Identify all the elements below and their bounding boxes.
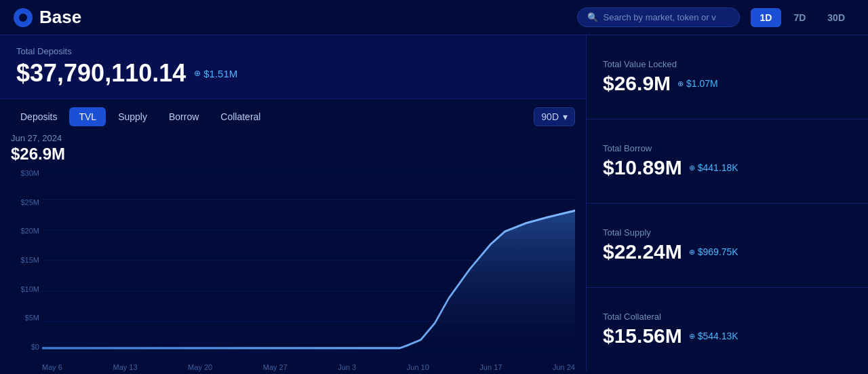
tab-tvl[interactable]: TVL [69, 107, 106, 126]
tab-collateral[interactable]: Collateral [211, 107, 270, 126]
logo-icon [14, 8, 33, 27]
x-label-may27: May 27 [263, 363, 288, 371]
total-borrow-delta: $441.18K [689, 162, 738, 173]
total-supply-label: Total Supply [603, 227, 852, 238]
chart-tabs: Deposits TVL Supply Borrow Collateral 90… [11, 107, 575, 126]
chart-period-label: 90D [541, 111, 559, 122]
total-value-locked-delta: $1.07M [677, 78, 718, 89]
search-placeholder: Search by market, token or v [604, 12, 716, 22]
total-collateral-value: $15.56M [603, 324, 682, 348]
tab-deposits[interactable]: Deposits [11, 107, 66, 126]
y-label-30m: $30M [20, 169, 39, 177]
total-deposits-label: Total Deposits [16, 46, 570, 56]
total-collateral-label: Total Collateral [603, 312, 852, 322]
total-borrow-value: $10.89M [603, 156, 682, 179]
total-supply-card: Total Supply $22.24M $969.75K [587, 204, 868, 288]
total-collateral-delta: $544.13K [689, 331, 738, 341]
tab-borrow[interactable]: Borrow [159, 107, 208, 126]
time-btn-7d[interactable]: 7D [784, 8, 815, 27]
total-deposits-bar: Total Deposits $37,790,110.14 $1.51M [0, 35, 586, 99]
x-axis: May 6 May 13 May 20 May 27 Jun 3 Jun 10 … [42, 355, 575, 371]
total-deposits-delta: $1.51M [194, 68, 237, 79]
app-title: Base [39, 7, 81, 28]
y-label-25m: $25M [20, 198, 39, 206]
total-value-locked-row: $26.9M $1.07M [603, 72, 852, 95]
total-borrow-card: Total Borrow $10.89M $441.18K [587, 119, 868, 204]
total-value-locked-label: Total Value Locked [603, 59, 852, 69]
total-supply-row: $22.24M $969.75K [603, 240, 852, 263]
y-label-5m: $5M [25, 314, 39, 322]
y-label-15m: $15M [20, 256, 39, 264]
total-borrow-row: $10.89M $441.18K [603, 156, 852, 179]
total-borrow-label: Total Borrow [603, 143, 852, 153]
x-label-jun24: Jun 24 [553, 363, 575, 371]
search-icon: 🔍 [587, 12, 598, 22]
right-panel: Total Value Locked $26.9M $1.07M Total B… [587, 35, 868, 371]
search-bar[interactable]: 🔍 Search by market, token or v [577, 7, 740, 27]
total-value-locked-card: Total Value Locked $26.9M $1.07M [587, 35, 868, 119]
chart-container: Deposits TVL Supply Borrow Collateral 90… [0, 99, 586, 371]
tab-supply[interactable]: Supply [108, 107, 157, 126]
total-supply-value: $22.24M [603, 240, 682, 263]
chart-current-value: $26.9M [11, 145, 575, 164]
y-label-20m: $20M [20, 227, 39, 235]
time-btn-1d[interactable]: 1D [751, 8, 782, 27]
chart-svg [42, 169, 575, 352]
total-supply-delta: $969.75K [689, 246, 738, 257]
x-label-jun3: Jun 3 [338, 363, 356, 371]
chart-area: $30M $25M $20M $15M $10M $5M $0 [11, 169, 575, 371]
chart-period-selector[interactable]: 90D ▾ [534, 107, 575, 126]
chart-date: Jun 27, 2024 [11, 133, 575, 143]
total-collateral-row: $15.56M $544.13K [603, 324, 852, 348]
x-label-may13: May 13 [113, 363, 138, 371]
total-deposits-value-row: $37,790,110.14 $1.51M [16, 59, 570, 88]
header: Base 🔍 Search by market, token or v 1D 7… [0, 0, 868, 35]
total-collateral-card: Total Collateral $15.56M $544.13K [587, 288, 868, 371]
time-btn-30d[interactable]: 30D [818, 8, 854, 27]
time-period-buttons: 1D 7D 30D [751, 8, 855, 27]
header-left: Base [14, 7, 566, 28]
x-label-may20: May 20 [188, 363, 212, 371]
main-layout: Total Deposits $37,790,110.14 $1.51M Dep… [0, 35, 868, 371]
total-deposits-value: $37,790,110.14 [16, 59, 186, 88]
y-axis: $30M $25M $20M $15M $10M $5M $0 [11, 169, 42, 351]
total-value-locked-value: $26.9M [603, 72, 671, 95]
y-label-0: $0 [31, 343, 39, 351]
chevron-down-icon: ▾ [563, 111, 568, 122]
x-label-jun17: Jun 17 [479, 363, 502, 371]
x-label-jun10: Jun 10 [407, 363, 429, 371]
left-panel: Total Deposits $37,790,110.14 $1.51M Dep… [0, 35, 587, 371]
x-label-may6: May 6 [42, 363, 62, 371]
y-label-10m: $10M [20, 285, 39, 293]
